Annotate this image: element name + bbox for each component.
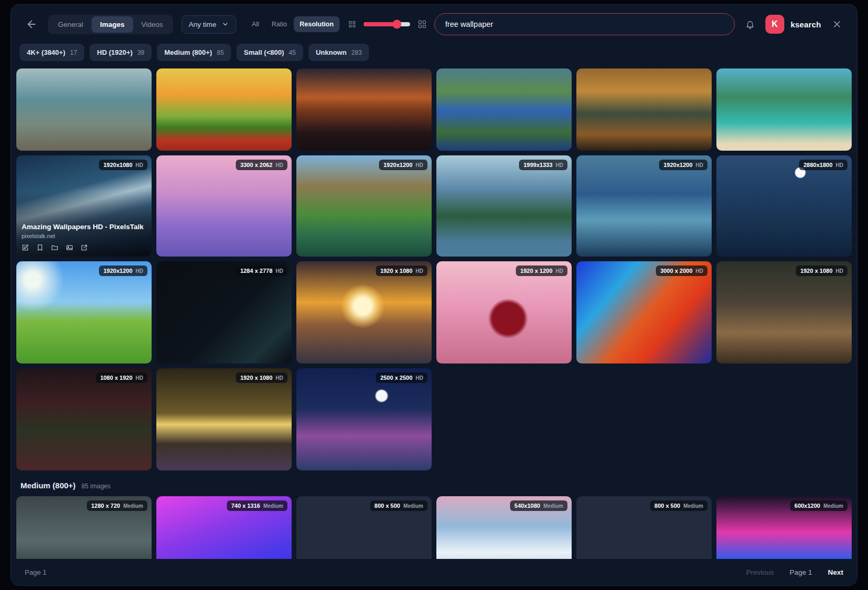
tab-videos[interactable]: Videos	[133, 16, 172, 33]
image-result[interactable]: 2880x1800HD	[716, 155, 852, 257]
chip-label: Medium (800+)	[164, 48, 212, 56]
results-area: 1920x1080HD Amazing Wallpapers HD - Pixe…	[11, 68, 857, 559]
section-title: Medium (800+)	[21, 481, 76, 490]
resolution-badge: 2500 x 2500HD	[376, 372, 427, 383]
result-actions	[22, 244, 145, 251]
image-result[interactable]	[296, 68, 432, 151]
current-page-button[interactable]: Page 1	[790, 568, 812, 576]
resolution-badge: 600x1200Medium	[790, 500, 847, 511]
chevron-down-icon	[222, 21, 229, 28]
time-filter-value: Any time	[189, 21, 217, 28]
back-button[interactable]	[24, 16, 39, 32]
image-result[interactable]: 1920 x 1080HD	[716, 261, 852, 363]
image-result[interactable]: 1920x1200HD	[576, 155, 712, 257]
close-button[interactable]	[830, 17, 844, 32]
resolution-badge: 3300 x 2062HD	[236, 160, 287, 170]
chip-label: HD (1920+)	[97, 48, 133, 56]
slider-handle[interactable]	[393, 20, 402, 29]
image-result[interactable]: 1920 x 1080HD	[296, 261, 432, 363]
chip-label: Small (<800)	[244, 48, 284, 56]
image-result-placeholder[interactable]: 800 x 500Medium	[296, 496, 432, 559]
folder-icon[interactable]	[51, 244, 58, 251]
chip-count: 45	[289, 49, 296, 56]
image-result[interactable]: 1920x1200HD	[296, 155, 432, 257]
external-link-icon[interactable]	[81, 244, 88, 251]
resolution-badge: 1080 x 1920HD	[96, 372, 147, 383]
chip-label: 4K+ (3840+)	[27, 48, 65, 56]
tab-general[interactable]: General	[49, 16, 92, 33]
resolution-badge: 1920 x 1080HD	[236, 372, 287, 383]
filter-mode-group: All Ratio Resolution	[245, 15, 341, 33]
result-domain: pixelstalk.net	[22, 233, 145, 239]
chip-label: Unknown	[316, 48, 347, 56]
grid-large-icon[interactable]	[418, 21, 426, 28]
image-result[interactable]: 2500 x 2500HD	[296, 368, 432, 470]
bookmark-icon[interactable]	[36, 244, 44, 251]
resolution-badge: 1920x1200HD	[99, 266, 147, 276]
chip-medium[interactable]: Medium (800+) 85	[157, 44, 231, 61]
image-result[interactable]	[16, 68, 152, 151]
image-result[interactable]: 600x1200Medium	[716, 496, 852, 559]
image-icon[interactable]	[66, 244, 73, 251]
image-result[interactable]: 3000 x 2000HD	[576, 261, 712, 363]
image-result[interactable]: 540x1080Medium	[436, 496, 572, 559]
previous-page-button[interactable]: Previous	[746, 568, 774, 576]
image-result[interactable]	[156, 68, 292, 151]
resolution-badge: 1920 x 1080HD	[376, 266, 427, 276]
image-result-placeholder[interactable]: 800 x 500Medium	[576, 496, 712, 559]
chip-unknown[interactable]: Unknown 283	[308, 44, 370, 61]
chip-hd[interactable]: HD (1920+) 39	[89, 44, 152, 61]
resolution-badge: 2880x1800HD	[799, 160, 847, 170]
resolution-badge: 1999x1333HD	[519, 160, 567, 170]
chip-count: 85	[217, 49, 224, 56]
resolution-badge: 1284 x 2778HD	[236, 266, 287, 276]
arrow-left-icon	[26, 18, 37, 30]
grid-small-icon[interactable]	[349, 21, 355, 27]
time-filter-select[interactable]: Any time	[182, 15, 237, 34]
mode-resolution[interactable]: Resolution	[294, 16, 340, 32]
resolution-badge: 740 x 1316Medium	[227, 500, 287, 511]
image-result[interactable]: 1999x1333HD	[436, 155, 572, 257]
next-page-button[interactable]: Next	[828, 568, 843, 576]
chip-4k[interactable]: 4K+ (3840+) 17	[19, 44, 84, 61]
brand-name: ksearch	[791, 20, 821, 29]
hover-overlay: Amazing Wallpapers HD - PixelsTalk pixel…	[16, 155, 152, 257]
image-result[interactable]: 740 x 1316Medium	[156, 496, 292, 559]
image-result[interactable]: 3300 x 2062HD	[156, 155, 292, 257]
resolution-badge: 800 x 500Medium	[370, 500, 427, 511]
image-result[interactable]	[436, 68, 572, 151]
slider-fill	[364, 22, 397, 26]
image-result[interactable]	[716, 68, 852, 151]
search-type-tabs: General Images Videos	[48, 15, 173, 34]
image-result-hovered[interactable]: 1920x1080HD Amazing Wallpapers HD - Pixe…	[16, 155, 152, 257]
mode-all[interactable]: All	[246, 16, 265, 32]
chip-small[interactable]: Small (<800) 45	[236, 44, 303, 61]
close-icon	[832, 19, 842, 30]
pagination-bar: Page 1 Previous Page 1 Next	[11, 559, 857, 585]
resolution-badge: 3000 x 2000HD	[656, 266, 707, 276]
image-result[interactable]: 1920x1200HD	[16, 261, 152, 363]
search-input[interactable]	[445, 20, 724, 28]
image-result[interactable]: 1080 x 1920HD	[16, 368, 152, 470]
tab-images[interactable]: Images	[92, 16, 133, 33]
image-result[interactable]: 1280 x 720Medium	[16, 496, 152, 559]
resolution-badge: 1280 x 720Medium	[87, 500, 147, 511]
edit-icon[interactable]	[22, 244, 29, 251]
result-title: Amazing Wallpapers HD - PixelsTalk	[22, 223, 145, 231]
resolution-badge: 800 x 500Medium	[650, 500, 707, 511]
image-result[interactable]	[576, 68, 712, 151]
search-bar	[434, 13, 735, 35]
mode-ratio[interactable]: Ratio	[266, 16, 293, 32]
chip-count: 39	[137, 49, 144, 56]
brand-logo[interactable]: K	[765, 15, 784, 34]
notifications-button[interactable]	[743, 17, 757, 31]
image-result[interactable]: 1920 x 1080HD	[156, 368, 292, 470]
chip-count: 17	[70, 49, 77, 56]
top-bar: General Images Videos Any time All Ratio…	[11, 5, 857, 40]
image-result[interactable]: 1284 x 2778HD	[156, 261, 292, 363]
brand: K ksearch	[765, 15, 821, 34]
resolution-badge: 1920 x 1080HD	[796, 266, 847, 276]
image-result[interactable]: 1920 x 1200HD	[436, 261, 572, 363]
resolution-filter-chips: 4K+ (3840+) 17 HD (1920+) 39 Medium (800…	[11, 40, 857, 68]
thumbnail-size-slider[interactable]	[364, 22, 410, 26]
